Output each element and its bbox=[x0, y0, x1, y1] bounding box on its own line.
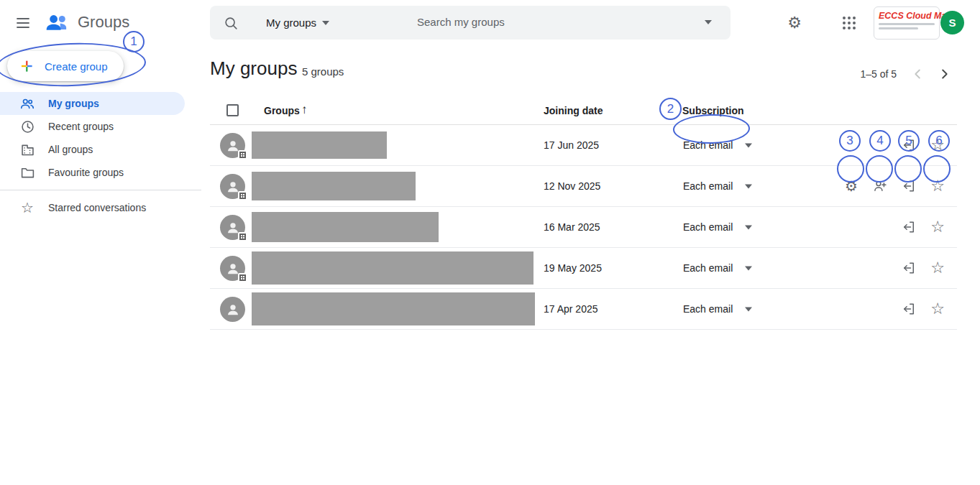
group-avatar bbox=[220, 174, 245, 199]
create-group-button[interactable]: Create group bbox=[7, 51, 124, 81]
search-input[interactable]: Search my groups bbox=[417, 16, 505, 28]
search-bar[interactable]: My groups Search my groups bbox=[210, 6, 731, 40]
leave-group-button[interactable] bbox=[898, 134, 920, 156]
menu-icon[interactable] bbox=[13, 13, 33, 33]
leave-group-button[interactable] bbox=[898, 175, 920, 197]
app-name: Groups bbox=[78, 13, 129, 32]
search-scope-dropdown[interactable]: My groups bbox=[257, 6, 338, 40]
subscription-value: Each email bbox=[683, 180, 733, 192]
table-header: Groups ↑ Joining date Subscription bbox=[210, 96, 957, 125]
sidebar-item-favourite-groups[interactable]: Favourite groups bbox=[0, 161, 185, 184]
subscription-dropdown[interactable]: Each email bbox=[683, 139, 733, 151]
create-group-label: Create group bbox=[45, 60, 108, 73]
joining-date: 12 Nov 2025 bbox=[544, 180, 600, 192]
chevron-down-icon[interactable] bbox=[745, 185, 752, 189]
main-content: My groups 5 groups 1–5 of 5 Groups ↑ Joi… bbox=[210, 46, 957, 485]
sidebar-item-recent-groups[interactable]: Recent groups bbox=[0, 115, 185, 138]
table-row[interactable]: 12 Nov 2025 Each email ⚙ ☆ bbox=[210, 166, 957, 207]
table-row[interactable]: 19 May 2025 Each email ☆ bbox=[210, 248, 957, 289]
group-settings-button[interactable]: ⚙ bbox=[841, 175, 862, 197]
subscription-value: Each email bbox=[683, 303, 733, 315]
redacted-group-name bbox=[252, 292, 535, 325]
eccs-badge-subtitle-line bbox=[879, 23, 935, 25]
star-button[interactable]: ☆ bbox=[927, 175, 948, 197]
previous-page-icon[interactable] bbox=[905, 61, 931, 87]
sidebar-item-label: Favourite groups bbox=[48, 167, 124, 178]
select-all-checkbox[interactable] bbox=[226, 104, 239, 116]
pagination: 1–5 of 5 bbox=[860, 61, 957, 87]
joining-date: 16 Mar 2025 bbox=[544, 221, 600, 233]
column-header-joining-date[interactable]: Joining date bbox=[544, 105, 603, 116]
eccs-cloud-mail-logo[interactable]: ECCS Cloud Mail bbox=[874, 6, 940, 40]
star-button[interactable]: ☆ bbox=[927, 257, 948, 279]
subscription-dropdown[interactable]: Each email bbox=[683, 180, 733, 192]
sidebar-item-my-groups[interactable]: My groups bbox=[0, 92, 185, 115]
sidebar-nav: My groups Recent groups All groups Favou… bbox=[0, 92, 201, 219]
sidebar-item-label: All groups bbox=[48, 144, 93, 155]
table-row[interactable]: 17 Apr 2025 Each email ☆ bbox=[210, 289, 957, 330]
search-scope-value: My groups bbox=[266, 17, 316, 29]
clock-icon bbox=[19, 119, 35, 134]
sidebar-item-starred-conversations[interactable]: ☆ Starred conversations bbox=[0, 196, 185, 219]
leave-group-button[interactable] bbox=[898, 216, 920, 238]
redacted-group-name bbox=[252, 251, 533, 285]
sidebar-item-label: Recent groups bbox=[48, 121, 114, 132]
title-row: My groups 5 groups 1–5 of 5 bbox=[210, 52, 957, 89]
leave-group-button[interactable] bbox=[898, 257, 920, 279]
joining-date: 17 Jun 2025 bbox=[544, 139, 599, 151]
next-page-icon[interactable] bbox=[931, 61, 957, 87]
group-count: 5 groups bbox=[302, 65, 344, 78]
gear-icon: ⚙ bbox=[845, 179, 858, 193]
sidebar-item-label: Starred conversations bbox=[48, 202, 146, 213]
search-icon bbox=[223, 15, 239, 31]
sidebar-item-label: My groups bbox=[48, 98, 99, 109]
redacted-group-name bbox=[252, 131, 387, 159]
folder-icon bbox=[19, 165, 35, 180]
plus-icon bbox=[19, 58, 35, 74]
account-avatar[interactable]: S bbox=[940, 11, 964, 34]
page-title: My groups bbox=[210, 57, 297, 80]
apps-grid-icon[interactable] bbox=[835, 9, 864, 37]
groups-logo[interactable]: Groups bbox=[45, 11, 129, 33]
star-button[interactable]: ☆ bbox=[927, 134, 948, 156]
chevron-down-icon[interactable] bbox=[745, 267, 752, 271]
subscription-dropdown[interactable]: Each email bbox=[683, 221, 733, 233]
sidebar: Create group My groups Recent groups All… bbox=[0, 46, 201, 485]
chevron-down-icon[interactable] bbox=[705, 20, 712, 24]
sidebar-item-all-groups[interactable]: All groups bbox=[0, 138, 185, 161]
joining-date: 19 May 2025 bbox=[544, 262, 602, 274]
pagination-range: 1–5 of 5 bbox=[860, 68, 897, 80]
group-avatar bbox=[220, 133, 245, 158]
subscription-value: Each email bbox=[683, 139, 733, 151]
leave-group-button[interactable] bbox=[898, 298, 920, 320]
chevron-down-icon[interactable] bbox=[745, 308, 752, 312]
add-members-button[interactable] bbox=[869, 175, 891, 197]
eccs-badge-subtitle-line bbox=[879, 27, 918, 29]
joining-date: 17 Apr 2025 bbox=[544, 303, 598, 315]
redacted-group-name bbox=[252, 212, 439, 242]
subscription-value: Each email bbox=[683, 221, 733, 233]
star-icon: ☆ bbox=[19, 200, 35, 215]
table-row[interactable]: 16 Mar 2025 Each email ☆ bbox=[210, 207, 957, 248]
person-add-icon bbox=[873, 179, 887, 193]
organization-badge-icon bbox=[238, 273, 247, 282]
sort-ascending-icon[interactable]: ↑ bbox=[301, 103, 308, 117]
star-button[interactable]: ☆ bbox=[927, 298, 948, 320]
chevron-down-icon[interactable] bbox=[745, 226, 752, 230]
subscription-dropdown[interactable]: Each email bbox=[683, 303, 733, 315]
subscription-dropdown[interactable]: Each email bbox=[683, 262, 733, 274]
group-avatar bbox=[220, 215, 245, 240]
leave-group-icon bbox=[902, 179, 916, 193]
star-button[interactable]: ☆ bbox=[927, 216, 948, 238]
column-header-groups[interactable]: Groups bbox=[264, 105, 300, 116]
settings-gear-icon[interactable]: ⚙ bbox=[780, 9, 809, 37]
building-icon bbox=[19, 142, 35, 157]
table-row[interactable]: 17 Jun 2025 Each email ☆ bbox=[210, 125, 957, 166]
chevron-down-icon[interactable] bbox=[745, 144, 752, 148]
top-bar: Groups My groups Search my groups ⚙ ECCS… bbox=[0, 0, 980, 46]
subscription-value: Each email bbox=[683, 262, 733, 274]
groups-table: Groups ↑ Joining date Subscription 17 Ju… bbox=[210, 96, 957, 330]
column-header-subscription[interactable]: Subscription bbox=[682, 105, 744, 116]
eccs-badge-title: ECCS Cloud Mail bbox=[879, 11, 935, 21]
groups-logo-icon bbox=[45, 11, 70, 33]
